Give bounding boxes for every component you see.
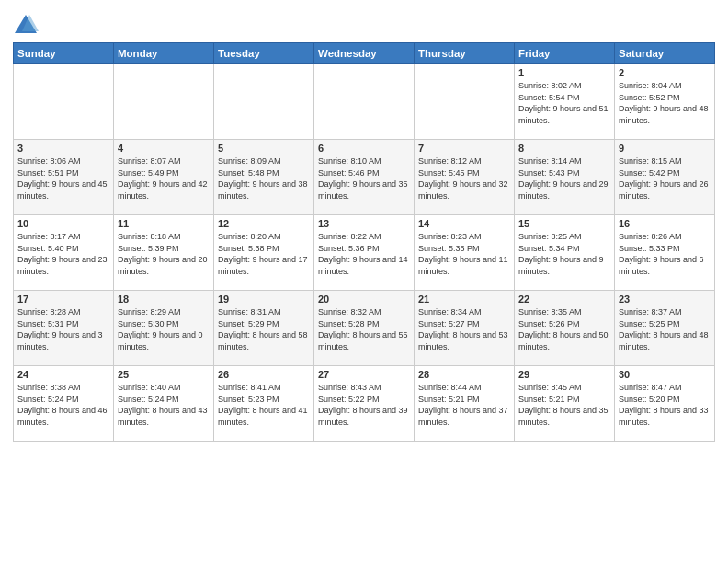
day-info: Sunrise: 8:23 AM Sunset: 5:35 PM Dayligh… [418,231,510,277]
day-number: 6 [318,143,410,154]
day-info: Sunrise: 8:02 AM Sunset: 5:54 PM Dayligh… [518,80,610,126]
calendar-cell: 22Sunrise: 8:35 AM Sunset: 5:26 PM Dayli… [515,291,615,366]
calendar-cell [415,64,515,140]
day-info: Sunrise: 8:44 AM Sunset: 5:21 PM Dayligh… [418,382,510,428]
calendar-week-3: 17Sunrise: 8:28 AM Sunset: 5:31 PM Dayli… [14,291,715,366]
calendar-header-thursday: Thursday [415,43,515,64]
calendar-cell: 29Sunrise: 8:45 AM Sunset: 5:21 PM Dayli… [515,366,615,442]
day-info: Sunrise: 8:20 AM Sunset: 5:38 PM Dayligh… [218,231,310,277]
day-number: 20 [318,293,410,304]
day-info: Sunrise: 8:45 AM Sunset: 5:21 PM Dayligh… [518,382,610,428]
day-number: 11 [118,218,210,229]
calendar-cell: 6Sunrise: 8:10 AM Sunset: 5:46 PM Daylig… [314,140,415,215]
day-number: 14 [418,218,510,229]
day-number: 2 [619,67,711,78]
calendar-header-sunday: Sunday [14,43,114,64]
calendar-cell: 2Sunrise: 8:04 AM Sunset: 5:52 PM Daylig… [615,64,715,140]
calendar-cell: 14Sunrise: 8:23 AM Sunset: 5:35 PM Dayli… [415,215,515,291]
day-info: Sunrise: 8:25 AM Sunset: 5:34 PM Dayligh… [518,231,610,277]
day-number: 28 [418,369,510,380]
day-number: 17 [17,293,109,304]
calendar-cell: 30Sunrise: 8:47 AM Sunset: 5:20 PM Dayli… [615,366,715,442]
calendar-cell: 10Sunrise: 8:17 AM Sunset: 5:40 PM Dayli… [14,215,114,291]
calendar-header-friday: Friday [515,43,615,64]
day-number: 4 [118,143,210,154]
day-number: 26 [218,369,310,380]
calendar-cell: 23Sunrise: 8:37 AM Sunset: 5:25 PM Dayli… [615,291,715,366]
day-number: 27 [318,369,410,380]
calendar-cell: 27Sunrise: 8:43 AM Sunset: 5:22 PM Dayli… [314,366,415,442]
calendar-cell: 5Sunrise: 8:09 AM Sunset: 5:48 PM Daylig… [214,140,314,215]
calendar-header-monday: Monday [114,43,214,64]
calendar-cell [314,64,415,140]
calendar-week-2: 10Sunrise: 8:17 AM Sunset: 5:40 PM Dayli… [14,215,715,291]
calendar-table: SundayMondayTuesdayWednesdayThursdayFrid… [13,42,715,442]
day-info: Sunrise: 8:28 AM Sunset: 5:31 PM Dayligh… [17,306,109,352]
calendar-cell: 21Sunrise: 8:34 AM Sunset: 5:27 PM Dayli… [415,291,515,366]
day-info: Sunrise: 8:17 AM Sunset: 5:40 PM Dayligh… [17,231,109,277]
day-number: 1 [518,67,610,78]
calendar-cell: 20Sunrise: 8:32 AM Sunset: 5:28 PM Dayli… [314,291,415,366]
calendar-header-saturday: Saturday [615,43,715,64]
calendar-cell [114,64,214,140]
day-number: 23 [619,293,711,304]
calendar-cell: 17Sunrise: 8:28 AM Sunset: 5:31 PM Dayli… [14,291,114,366]
day-number: 12 [218,218,310,229]
day-number: 8 [518,143,610,154]
calendar-cell [214,64,314,140]
calendar-cell: 13Sunrise: 8:22 AM Sunset: 5:36 PM Dayli… [314,215,415,291]
calendar-header-wednesday: Wednesday [314,43,415,64]
day-info: Sunrise: 8:43 AM Sunset: 5:22 PM Dayligh… [318,382,410,428]
logo [13,13,42,39]
calendar-cell: 24Sunrise: 8:38 AM Sunset: 5:24 PM Dayli… [14,366,114,442]
logo-icon [13,13,39,39]
day-number: 3 [17,143,109,154]
day-info: Sunrise: 8:35 AM Sunset: 5:26 PM Dayligh… [518,306,610,352]
day-info: Sunrise: 8:26 AM Sunset: 5:33 PM Dayligh… [619,231,711,277]
day-info: Sunrise: 8:14 AM Sunset: 5:43 PM Dayligh… [518,155,610,201]
calendar-cell: 12Sunrise: 8:20 AM Sunset: 5:38 PM Dayli… [214,215,314,291]
day-number: 18 [118,293,210,304]
day-info: Sunrise: 8:10 AM Sunset: 5:46 PM Dayligh… [318,155,410,201]
calendar-cell: 1Sunrise: 8:02 AM Sunset: 5:54 PM Daylig… [515,64,615,140]
day-number: 30 [619,369,711,380]
day-number: 7 [418,143,510,154]
day-info: Sunrise: 8:29 AM Sunset: 5:30 PM Dayligh… [118,306,210,352]
calendar-cell: 26Sunrise: 8:41 AM Sunset: 5:23 PM Dayli… [214,366,314,442]
calendar-week-1: 3Sunrise: 8:06 AM Sunset: 5:51 PM Daylig… [14,140,715,215]
calendar-cell: 19Sunrise: 8:31 AM Sunset: 5:29 PM Dayli… [214,291,314,366]
calendar-cell: 8Sunrise: 8:14 AM Sunset: 5:43 PM Daylig… [515,140,615,215]
day-info: Sunrise: 8:06 AM Sunset: 5:51 PM Dayligh… [17,155,109,201]
calendar-cell: 25Sunrise: 8:40 AM Sunset: 5:24 PM Dayli… [114,366,214,442]
day-number: 16 [619,218,711,229]
day-info: Sunrise: 8:38 AM Sunset: 5:24 PM Dayligh… [17,382,109,428]
day-number: 29 [518,369,610,380]
day-info: Sunrise: 8:40 AM Sunset: 5:24 PM Dayligh… [118,382,210,428]
day-number: 5 [218,143,310,154]
calendar-cell: 11Sunrise: 8:18 AM Sunset: 5:39 PM Dayli… [114,215,214,291]
day-info: Sunrise: 8:18 AM Sunset: 5:39 PM Dayligh… [118,231,210,277]
calendar-cell: 7Sunrise: 8:12 AM Sunset: 5:45 PM Daylig… [415,140,515,215]
calendar-cell: 18Sunrise: 8:29 AM Sunset: 5:30 PM Dayli… [114,291,214,366]
day-info: Sunrise: 8:47 AM Sunset: 5:20 PM Dayligh… [619,382,711,428]
day-info: Sunrise: 8:09 AM Sunset: 5:48 PM Dayligh… [218,155,310,201]
day-number: 24 [17,369,109,380]
day-number: 25 [118,369,210,380]
calendar-cell: 15Sunrise: 8:25 AM Sunset: 5:34 PM Dayli… [515,215,615,291]
day-info: Sunrise: 8:34 AM Sunset: 5:27 PM Dayligh… [418,306,510,352]
day-info: Sunrise: 8:12 AM Sunset: 5:45 PM Dayligh… [418,155,510,201]
calendar-cell [14,64,114,140]
day-number: 13 [318,218,410,229]
day-info: Sunrise: 8:22 AM Sunset: 5:36 PM Dayligh… [318,231,410,277]
day-info: Sunrise: 8:31 AM Sunset: 5:29 PM Dayligh… [218,306,310,352]
calendar-cell: 16Sunrise: 8:26 AM Sunset: 5:33 PM Dayli… [615,215,715,291]
day-number: 10 [17,218,109,229]
main-container: SundayMondayTuesdayWednesdayThursdayFrid… [0,0,728,447]
day-info: Sunrise: 8:04 AM Sunset: 5:52 PM Dayligh… [619,80,711,126]
calendar-cell: 9Sunrise: 8:15 AM Sunset: 5:42 PM Daylig… [615,140,715,215]
calendar-cell: 3Sunrise: 8:06 AM Sunset: 5:51 PM Daylig… [14,140,114,215]
day-info: Sunrise: 8:32 AM Sunset: 5:28 PM Dayligh… [318,306,410,352]
day-number: 9 [619,143,711,154]
calendar-cell: 28Sunrise: 8:44 AM Sunset: 5:21 PM Dayli… [415,366,515,442]
day-number: 21 [418,293,510,304]
